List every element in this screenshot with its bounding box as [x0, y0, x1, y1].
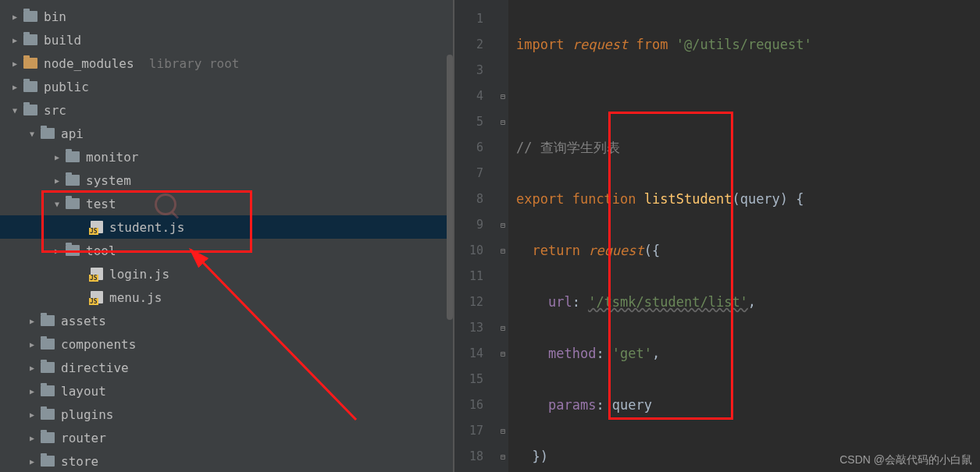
folder-icon: [41, 432, 55, 443]
chevron-right-icon: ▶: [9, 59, 20, 68]
watermark: CSDN @会敲代码的小白鼠: [839, 453, 972, 467]
tree-label: node_modules: [44, 56, 134, 71]
chevron-right-icon: ▶: [27, 364, 37, 372]
line-gutter: 1 2 3 4 5 6 7 8 9 10 11 12 13 14 15 16 1…: [454, 0, 497, 472]
tree-item-test[interactable]: ▼test: [0, 192, 453, 215]
js-file-icon: [91, 291, 103, 303]
tree-item-login-js[interactable]: login.js: [0, 262, 453, 286]
tree-label: bin: [44, 9, 66, 24]
project-tree-panel: ▶bin ▶build ▶node_modules library root ▶…: [0, 0, 454, 472]
tree-label: monitor: [86, 150, 138, 165]
chevron-right-icon: ▶: [9, 12, 20, 21]
tree-item-router[interactable]: ▶router: [0, 426, 453, 449]
tree-label: router: [61, 431, 106, 445]
tree-label: login.js: [109, 267, 169, 282]
folder-icon: [41, 128, 55, 139]
tree-item-build[interactable]: ▶build: [0, 28, 453, 51]
tree-item-student-js[interactable]: student.js: [0, 215, 453, 239]
chevron-right-icon: ▶: [27, 317, 37, 325]
tree-label: public: [44, 80, 89, 94]
tree-item-store[interactable]: ▶store: [0, 449, 453, 472]
tree-label: directive: [61, 360, 129, 375]
chevron-right-icon: ▶: [27, 410, 37, 419]
tree-item-monitor[interactable]: ▶monitor: [0, 145, 453, 169]
chevron-right-icon: ▶: [52, 247, 62, 255]
tree-item-layout[interactable]: ▶layout: [0, 379, 453, 403]
folder-icon: [41, 315, 55, 326]
tree-label: layout: [61, 384, 106, 399]
chevron-down-icon: ▼: [52, 200, 62, 208]
tree-label: store: [61, 454, 98, 469]
tree-hint: library root: [149, 56, 240, 71]
js-file-icon: [91, 221, 103, 233]
chevron-right-icon: ▶: [27, 457, 37, 466]
js-file-icon: [91, 268, 103, 280]
tree-item-assets[interactable]: ▶assets: [0, 309, 453, 332]
folder-icon: [41, 362, 55, 373]
chevron-down-icon: ▼: [9, 106, 20, 115]
folder-icon: [23, 58, 37, 69]
code-area[interactable]: import request from '@/utils/request' //…: [508, 0, 980, 472]
tree-item-src[interactable]: ▼src: [0, 98, 453, 122]
chevron-right-icon: ▶: [9, 83, 20, 91]
tree-label: assets: [61, 314, 106, 328]
chevron-down-icon: ▼: [27, 130, 37, 138]
tree-item-node-modules[interactable]: ▶node_modules library root: [0, 51, 453, 75]
chevron-right-icon: ▶: [27, 340, 37, 349]
tree-label: system: [86, 173, 131, 188]
tree-item-bin[interactable]: ▶bin: [0, 5, 453, 28]
folder-icon: [23, 105, 37, 115]
folder-icon: [23, 34, 37, 45]
folder-icon: [66, 151, 80, 162]
folder-icon: [23, 11, 37, 22]
chevron-right-icon: ▶: [52, 176, 62, 185]
chevron-right-icon: ▶: [52, 153, 62, 161]
folder-icon: [66, 175, 80, 186]
chevron-right-icon: ▶: [27, 387, 37, 396]
tree-item-system[interactable]: ▶system: [0, 169, 453, 192]
folder-icon: [66, 245, 80, 256]
scrollbar-thumb[interactable]: [447, 55, 453, 320]
tree-item-components[interactable]: ▶components: [0, 332, 453, 356]
tree-label: src: [44, 103, 66, 118]
folder-icon: [66, 198, 80, 209]
folder-icon: [41, 456, 55, 467]
fold-column[interactable]: ⊟⊟ ⊟⊟ ⊟⊟ ⊟⊟: [497, 0, 508, 472]
folder-icon: [41, 339, 55, 350]
tree-label: api: [61, 126, 84, 141]
tree-label: test: [86, 197, 116, 211]
tree-label: plugins: [61, 407, 113, 422]
folder-icon: [23, 81, 37, 92]
tree-label: tool: [86, 243, 116, 258]
tree-label: build: [44, 33, 81, 48]
folder-icon: [41, 409, 55, 420]
tree-item-menu-js[interactable]: menu.js: [0, 286, 453, 309]
tree-item-public[interactable]: ▶public: [0, 75, 453, 98]
tree-label: student.js: [109, 220, 184, 235]
chevron-right-icon: ▶: [9, 36, 20, 44]
tree-item-plugins[interactable]: ▶plugins: [0, 403, 453, 426]
project-tree[interactable]: ▶bin ▶build ▶node_modules library root ▶…: [0, 0, 453, 472]
chevron-right-icon: ▶: [27, 434, 37, 442]
search-icon: [155, 193, 176, 215]
tree-item-directive[interactable]: ▶directive: [0, 356, 453, 379]
code-editor[interactable]: 1 2 3 4 5 6 7 8 9 10 11 12 13 14 15 16 1…: [454, 0, 980, 472]
tree-item-tool[interactable]: ▶tool: [0, 239, 453, 262]
tree-label: components: [61, 337, 136, 352]
folder-icon: [41, 385, 55, 396]
tree-label: menu.js: [109, 290, 162, 305]
tree-item-api[interactable]: ▼api: [0, 122, 453, 145]
